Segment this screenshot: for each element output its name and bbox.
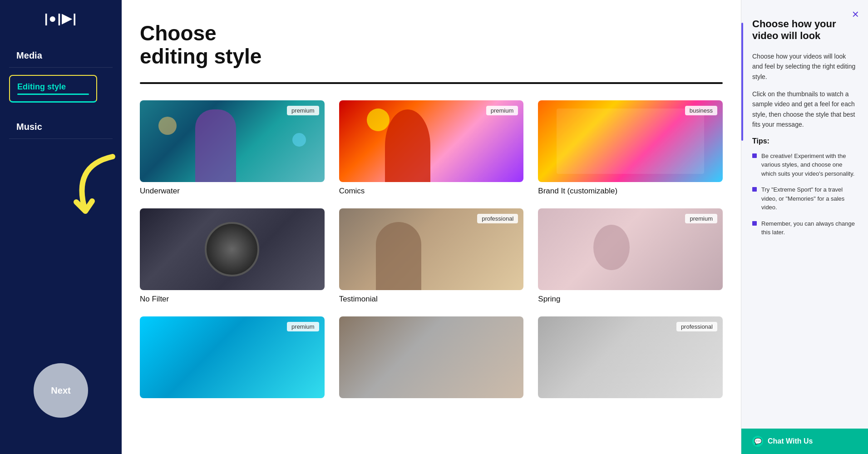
tip-text-2: Try "Extreme Sport" for a travel video, … [761, 185, 857, 212]
badge-brandit: business [685, 106, 717, 115]
style-card-comics[interactable]: premium Comics [339, 100, 524, 196]
sidebar-item-editing-style[interactable]: Editing style [9, 75, 97, 103]
chat-button-label: Chat With Us [768, 437, 813, 445]
main-content: Chooseediting style premium Underwater p… [122, 0, 741, 454]
badge-underwater: premium [287, 106, 319, 115]
style-thumb-row3c: professional [538, 316, 723, 398]
style-thumb-comics: premium [339, 100, 524, 182]
style-thumb-nofilter [140, 208, 325, 290]
styles-grid: premium Underwater premium Comics busine… [140, 100, 723, 403]
badge-testimonial: professional [477, 214, 518, 223]
style-thumb-spring: premium [538, 208, 723, 290]
style-card-spring[interactable]: premium Spring [538, 208, 723, 304]
badge-comics: premium [486, 106, 518, 115]
style-card-row3a[interactable]: premium [140, 316, 325, 403]
tips-title: Tips: [752, 137, 857, 145]
tip-item-1: Be creative! Experiment with the various… [752, 152, 857, 178]
style-card-row3c[interactable]: professional [538, 316, 723, 403]
style-card-brandit[interactable]: business Brand It (customizable) [538, 100, 723, 196]
tip-item-2: Try "Extreme Sport" for a travel video, … [752, 185, 857, 212]
style-card-nofilter[interactable]: No Filter [140, 208, 325, 304]
section-divider [140, 82, 723, 84]
style-label-underwater: Underwater [140, 187, 325, 196]
style-thumb-brandit: business [538, 100, 723, 182]
panel-desc-2: Click on the thumbnails to watch a sampl… [752, 89, 857, 130]
next-button[interactable]: Next [34, 363, 88, 418]
sidebar: |●|▶| Media Editing style Music Next [0, 0, 122, 454]
logo: |●|▶| [44, 11, 77, 26]
style-card-row3b[interactable] [339, 316, 524, 403]
style-card-testimonial[interactable]: professional Testimonial [339, 208, 524, 304]
panel-desc-1: Choose how your videos will look and fee… [752, 51, 857, 82]
badge-row3c: professional [676, 322, 717, 331]
style-label-comics: Comics [339, 187, 524, 196]
sidebar-item-media[interactable]: Media [9, 44, 113, 68]
style-label-brandit: Brand It (customizable) [538, 187, 723, 196]
page-title: Chooseediting style [140, 22, 723, 68]
style-thumb-underwater: premium [140, 100, 325, 182]
style-label-spring: Spring [538, 295, 723, 304]
style-card-underwater[interactable]: premium Underwater [140, 100, 325, 196]
tip-text-1: Be creative! Experiment with the various… [761, 152, 857, 178]
panel-title: Choose how your video will look [752, 18, 857, 42]
tip-bullet-1 [752, 153, 757, 158]
style-thumb-testimonial: professional [339, 208, 524, 290]
tip-item-3: Remember, you can always change this lat… [752, 219, 857, 237]
sidebar-nav: Media Editing style Music [0, 44, 122, 141]
badge-row3a: premium [287, 322, 319, 331]
tip-bullet-2 [752, 187, 757, 192]
tip-bullet-3 [752, 221, 757, 226]
sidebar-item-music[interactable]: Music [9, 115, 113, 139]
tip-text-3: Remember, you can always change this lat… [761, 219, 857, 237]
right-panel: × Choose how your video will look Choose… [741, 0, 868, 454]
style-thumb-row3a: premium [140, 316, 325, 398]
style-label-testimonial: Testimonial [339, 295, 524, 304]
style-thumb-row3b [339, 316, 524, 398]
accent-bar [741, 23, 743, 141]
badge-spring: premium [685, 214, 717, 223]
chat-icon: 💬 [752, 436, 763, 447]
style-label-nofilter: No Filter [140, 295, 325, 304]
arrow-indicator [58, 148, 122, 231]
close-button[interactable]: × [852, 7, 859, 21]
chat-button[interactable]: 💬 Chat With Us [741, 429, 868, 454]
